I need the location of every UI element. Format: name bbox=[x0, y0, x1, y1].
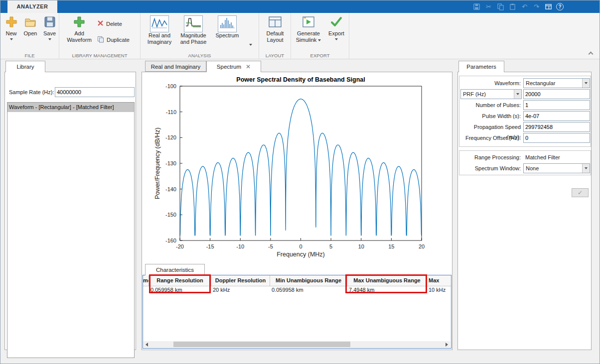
cell-max-partial: 10 kHz bbox=[427, 286, 450, 294]
cell-range-resolution: 0.059958 km bbox=[149, 286, 211, 294]
svg-text:Frequency (MHz): Frequency (MHz) bbox=[277, 251, 325, 258]
waveform-label: Waveform: bbox=[459, 78, 521, 88]
save-button[interactable]: Save bbox=[41, 15, 58, 40]
layout-window-icon[interactable] bbox=[544, 2, 553, 11]
horizontal-scrollbar[interactable] bbox=[144, 341, 450, 348]
pulse-waveform-analyzer-window: ANALYZER ✂ ↶ ↷ ? bbox=[0, 0, 600, 364]
frequency-offset-input[interactable] bbox=[523, 133, 590, 143]
parameters-panel: Parameters Waveform: Rectangular PRF (Hz… bbox=[457, 60, 592, 350]
svg-text:-160: -160 bbox=[165, 238, 176, 243]
scroll-right-button[interactable] bbox=[444, 341, 450, 348]
library-panel: Library Sample Rate (Hz): Waveform - [Re… bbox=[4, 60, 136, 350]
ribbon-section-export: Generate Simulink Export EXPORT bbox=[291, 13, 349, 59]
scrollbar-thumb[interactable] bbox=[173, 342, 350, 347]
section-label-library-management: LIBRARY MANAGEMENT bbox=[59, 53, 140, 58]
generate-simulink-caret-icon[interactable] bbox=[318, 39, 321, 41]
svg-text:Power Spectral Density of Base: Power Spectral Density of Baseband Signa… bbox=[236, 76, 365, 83]
open-folder-icon bbox=[24, 15, 37, 30]
tab-characteristics[interactable]: Characteristics bbox=[145, 264, 205, 275]
svg-text:-130: -130 bbox=[165, 160, 176, 166]
col-header-partial[interactable]: me bbox=[143, 275, 149, 286]
copy-icon[interactable] bbox=[496, 2, 505, 11]
pulse-width-input[interactable] bbox=[523, 111, 590, 121]
svg-text:-15: -15 bbox=[206, 243, 214, 249]
new-document-icon bbox=[5, 15, 18, 30]
collapse-ribbon-button[interactable] bbox=[587, 50, 595, 57]
cell-min-unambiguous-range: 0.059958 km bbox=[270, 286, 347, 294]
scroll-left-button[interactable] bbox=[144, 341, 150, 348]
plot-panel: Real and Imaginary Spectrum✕ -20-15-10-5… bbox=[142, 60, 452, 350]
col-header-max-partial[interactable]: Max bbox=[427, 275, 450, 286]
real-and-imaginary-button[interactable]: Real and Imaginary bbox=[144, 15, 175, 45]
default-layout-button[interactable]: Default Layout bbox=[262, 15, 288, 43]
svg-text:5: 5 bbox=[329, 243, 332, 249]
waveform-list[interactable]: Waveform - [Rectangular] - [Matched Filt… bbox=[7, 102, 135, 358]
range-processing-label: Range Processing: bbox=[459, 152, 521, 162]
svg-text:-100: -100 bbox=[165, 83, 176, 89]
ribbon-toolstrip: New Open Save FILE bbox=[0, 13, 600, 59]
undo-icon[interactable]: ↶ bbox=[520, 2, 529, 11]
tab-library[interactable]: Library bbox=[5, 61, 45, 72]
magnitude-and-phase-button[interactable]: Magnitude and Phase bbox=[177, 15, 209, 45]
redo-icon[interactable]: ↷ bbox=[532, 2, 541, 11]
col-header-doppler-resolution[interactable]: Doppler Resolution bbox=[211, 275, 270, 286]
section-label-export: EXPORT bbox=[291, 53, 349, 58]
export-caret-icon[interactable] bbox=[335, 38, 338, 40]
new-dropdown-caret-icon[interactable] bbox=[10, 38, 13, 40]
sample-rate-label: Sample Rate (Hz): bbox=[9, 89, 54, 95]
col-header-min-unambiguous-range[interactable]: Min Unambiguous Range bbox=[270, 275, 347, 286]
delete-button[interactable]: Delete bbox=[97, 20, 122, 27]
export-check-icon bbox=[330, 15, 343, 30]
prf-input[interactable] bbox=[523, 89, 590, 99]
section-label-file: FILE bbox=[0, 53, 59, 58]
spectrum-button[interactable]: Spectrum bbox=[211, 15, 243, 39]
add-waveform-button[interactable]: Add Waveform bbox=[64, 15, 94, 43]
prf-combobox[interactable]: PRF (Hz) bbox=[460, 89, 522, 99]
open-button[interactable]: Open bbox=[22, 15, 39, 37]
waveform-list-item[interactable]: Waveform - [Rectangular] - [Matched Filt… bbox=[7, 103, 134, 112]
svg-text:-10: -10 bbox=[236, 243, 244, 249]
duplicate-button[interactable]: Duplicate bbox=[97, 36, 130, 44]
apply-button[interactable]: ✓ bbox=[572, 188, 589, 197]
save-dropdown-caret-icon[interactable] bbox=[48, 38, 51, 40]
waveform-combobox[interactable]: Rectangular bbox=[523, 78, 590, 88]
save-icon[interactable] bbox=[472, 2, 481, 11]
new-button[interactable]: New bbox=[3, 15, 19, 40]
svg-text:-150: -150 bbox=[165, 212, 176, 218]
tab-spectrum[interactable]: Spectrum✕ bbox=[206, 61, 261, 72]
svg-text:-110: -110 bbox=[166, 109, 176, 115]
real-imaginary-plot-icon bbox=[150, 15, 169, 32]
export-button[interactable]: Export bbox=[326, 15, 347, 40]
svg-text:15: 15 bbox=[388, 243, 394, 249]
svg-text:-120: -120 bbox=[165, 134, 176, 140]
svg-text:Power/Frequency (dB/Hz): Power/Frequency (dB/Hz) bbox=[154, 127, 161, 199]
cut-icon[interactable]: ✂ bbox=[484, 2, 493, 11]
ribbon-section-file: New Open Save FILE bbox=[0, 13, 59, 59]
cell-doppler-resolution: 20 kHz bbox=[211, 286, 270, 294]
paste-icon[interactable] bbox=[508, 2, 517, 11]
spectrum-window-combobox[interactable]: None bbox=[523, 163, 590, 173]
delete-x-icon bbox=[97, 20, 104, 27]
svg-text:10: 10 bbox=[358, 243, 364, 249]
apply-check-icon: ✓ bbox=[578, 189, 583, 196]
magnitude-phase-plot-icon bbox=[184, 15, 203, 32]
duplicate-sheets-icon bbox=[97, 36, 104, 44]
tab-analyzer[interactable]: ANALYZER bbox=[7, 0, 57, 13]
col-header-range-resolution[interactable]: Range Resolution bbox=[149, 275, 211, 286]
col-header-max-unambiguous-range[interactable]: Max Unambiguous Range bbox=[347, 275, 427, 286]
prf-caret-icon bbox=[516, 93, 519, 95]
gallery-caret-icon bbox=[249, 44, 252, 46]
svg-text:-140: -140 bbox=[165, 186, 176, 192]
sample-rate-input[interactable] bbox=[55, 87, 135, 97]
spectrum-plot-icon bbox=[218, 15, 237, 32]
propagation-speed-input[interactable] bbox=[523, 122, 590, 132]
number-of-pulses-input[interactable] bbox=[523, 100, 590, 110]
tab-real-and-imaginary[interactable]: Real and Imaginary bbox=[145, 61, 206, 72]
generate-simulink-button[interactable]: Generate Simulink bbox=[294, 15, 323, 43]
spectrum-window-label: Spectrum Window: bbox=[459, 163, 521, 173]
close-spectrum-tab-icon[interactable]: ✕ bbox=[246, 63, 251, 70]
tab-parameters[interactable]: Parameters bbox=[458, 61, 504, 72]
analysis-gallery-dropdown-button[interactable] bbox=[246, 15, 255, 56]
titlebar: ANALYZER ✂ ↶ ↷ ? bbox=[0, 0, 600, 13]
help-icon[interactable]: ? bbox=[556, 3, 564, 10]
